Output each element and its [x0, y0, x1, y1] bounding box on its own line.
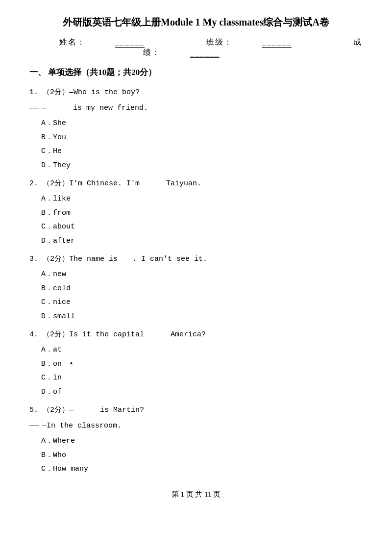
question-5-stem: 5. （2分）— is Martin? — [29, 404, 363, 416]
question-4-stem: 4. （2分）Is it the capital America? — [29, 329, 363, 341]
question-2-option-b: B．from — [41, 208, 363, 219]
question-1: 1. （2分）—Who is the boy? — is my new frie… — [29, 87, 363, 171]
question-1-stem2: — is my new friend. — [29, 102, 363, 114]
question-4-option-a: A．at — [41, 345, 363, 356]
question-2-option-c: C．about — [41, 222, 363, 233]
question-1-option-b: B．You — [41, 132, 363, 144]
section-header: 一、 单项选择（共10题；共20分） — [29, 67, 363, 78]
question-5-option-b: B．Who — [41, 450, 363, 461]
name-label: 姓名：______ — [45, 38, 162, 46]
question-2: 2. （2分）I'm Chinese. I'm Taiyuan. A．like … — [29, 178, 363, 247]
question-5-stem2: —In the classroom. — [29, 420, 363, 432]
page-title: 外研版英语七年级上册Module 1 My classmates综合与测试A卷 — [29, 15, 363, 29]
class-label: 班级：______ — [192, 38, 309, 46]
question-3-option-a: A．new — [41, 269, 363, 280]
question-1-option-d: D．They — [41, 160, 363, 172]
question-2-stem: 2. （2分）I'm Chinese. I'm Taiyuan. — [29, 178, 363, 190]
question-2-option-d: D．after — [41, 236, 363, 247]
question-4: 4. （2分）Is it the capital America? A．at B… — [29, 329, 363, 398]
question-5: 5. （2分）— is Martin? —In the classroom. A… — [29, 404, 363, 475]
question-2-option-a: A．like — [41, 194, 363, 205]
question-1-option-c: C．He — [41, 146, 363, 157]
question-4-option-c: C．in — [41, 373, 363, 384]
page-footer: 第 1 页 共 11 页 — [29, 490, 363, 499]
question-3-option-d: D．small — [41, 311, 363, 323]
question-4-option-b: B．on • — [41, 359, 363, 370]
question-5-option-c: C．How many — [41, 464, 363, 475]
question-3-stem: 3. （2分）The name is . I can't see it. — [29, 253, 363, 265]
question-1-option-a: A．She — [41, 118, 363, 129]
question-5-option-a: A．Where — [41, 436, 363, 447]
question-3-option-b: B．cold — [41, 283, 363, 295]
question-3-option-c: C．nice — [41, 297, 363, 308]
question-1-stem: 1. （2分）—Who is the boy? — [29, 87, 363, 99]
info-row: 姓名：______ 班级：______ 成绩：______ — [29, 37, 363, 58]
question-3: 3. （2分）The name is . I can't see it. A．n… — [29, 253, 363, 322]
question-4-option-d: D．of — [41, 387, 363, 398]
